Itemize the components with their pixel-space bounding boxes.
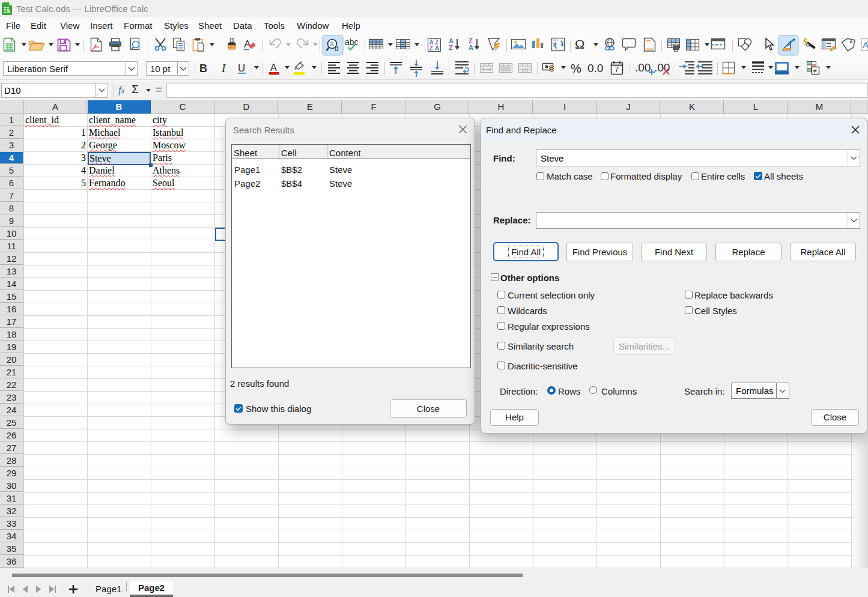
svg-text:.00: .00 [635,61,651,74]
svg-text:Z: Z [449,44,453,51]
svg-text:%: % [571,62,581,75]
svg-text:Z: Z [429,45,433,52]
svg-text:d: d [335,44,339,53]
svg-text:I: I [221,62,226,74]
svg-text:7: 7 [615,65,619,74]
svg-text:A: A [863,40,868,50]
svg-text:abc: abc [345,37,359,47]
svg-text:A: A [469,44,473,51]
svg-text:a: a [330,40,334,48]
svg-text:A: A [244,38,251,50]
svg-text:B: B [199,62,207,74]
svg-text:A: A [435,45,439,52]
svg-text:U: U [238,62,245,74]
svg-text:0.0: 0.0 [587,62,603,74]
svg-text:Ω: Ω [575,37,584,52]
svg-text:A: A [270,62,277,73]
svg-text:≠: ≠ [813,67,817,74]
